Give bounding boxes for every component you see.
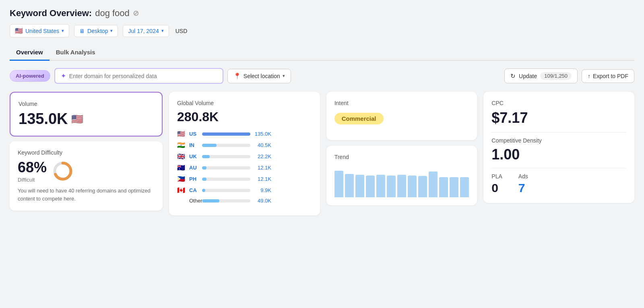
- val-ca: 9.9K: [254, 187, 271, 193]
- select-location-btn[interactable]: 📍 Select location ▾: [227, 69, 291, 83]
- global-volume-card: Global Volume 280.8K 🇺🇸 US 135.0K 🇮🇳 IN …: [169, 92, 320, 215]
- comp-density-label: Competitive Density: [491, 137, 626, 144]
- country-list: 🇺🇸 US 135.0K 🇮🇳 IN 40.5K 🇬🇧 UK 22.2K 🇦🇺 …: [177, 130, 312, 204]
- location-label: United States: [25, 28, 59, 34]
- bar-ca: [202, 189, 250, 192]
- ads-label: Ads: [518, 173, 528, 180]
- refresh-icon: ↻: [510, 72, 516, 80]
- sparkle-icon: ✦: [61, 72, 66, 80]
- trend-bar-1: [334, 171, 343, 197]
- flag-ph: 🇵🇭: [177, 175, 186, 183]
- flag-au: 🇦🇺: [177, 164, 186, 172]
- trend-bar-5: [376, 175, 385, 197]
- trend-bar-11: [439, 177, 448, 197]
- currency-label: USD: [174, 25, 189, 37]
- country-row-au: 🇦🇺 AU 12.1K: [177, 164, 312, 172]
- country-row-us: 🇺🇸 US 135.0K: [177, 130, 312, 138]
- cpc-value: $7.17: [491, 110, 626, 126]
- export-label: Export to PDF: [593, 73, 628, 79]
- chevron-down-icon-3: ▾: [161, 28, 164, 33]
- trend-label: Trend: [334, 154, 469, 160]
- export-pdf-button[interactable]: ↑ Export to PDF: [582, 69, 634, 83]
- chevron-down-icon-loc: ▾: [283, 73, 285, 79]
- location-filter[interactable]: 🇺🇸 United States ▾: [10, 24, 69, 37]
- bar-au: [202, 166, 250, 170]
- trend-bar-2: [345, 174, 354, 197]
- val-us: 135.0K: [254, 131, 271, 137]
- kd-description: You will need to have 40 referring domai…: [18, 187, 155, 203]
- trend-bar-7: [397, 175, 406, 197]
- volume-number: 135.0K: [19, 110, 68, 128]
- intent-label: Intent: [334, 100, 469, 106]
- trend-bar-4: [366, 176, 375, 197]
- bar-uk: [202, 155, 250, 158]
- chevron-down-icon-2: ▾: [110, 28, 113, 33]
- ads-value: 7: [518, 181, 528, 195]
- bar-other: [202, 199, 250, 203]
- tab-bulk-analysis[interactable]: Bulk Analysis: [50, 45, 102, 61]
- country-row-other: Other 49.0K: [177, 198, 312, 204]
- domain-input-wrap[interactable]: ✦: [54, 68, 223, 84]
- volume-label: Volume: [19, 101, 154, 107]
- val-au: 12.1K: [254, 165, 271, 171]
- verify-icon: ⊘: [133, 9, 139, 18]
- kd-label: Keyword Difficulty: [18, 149, 155, 156]
- pla-ads-row: PLA 0 Ads 7: [491, 173, 626, 195]
- bar-in: [202, 144, 250, 147]
- pla-value: 0: [491, 181, 502, 195]
- trend-bar-9: [418, 176, 427, 197]
- kd-card: Keyword Difficulty 68% Difficult You wil…: [10, 141, 163, 211]
- code-uk: UK: [189, 153, 199, 159]
- kd-value: 68%: [18, 159, 47, 176]
- page-title: Keyword Overview: dog food ⊘: [10, 8, 634, 19]
- update-button[interactable]: ↻ Update 109/1,250: [504, 68, 578, 83]
- update-count-badge: 109/1,250: [540, 72, 572, 80]
- device-icon: 🖥: [79, 28, 85, 34]
- country-row-ph: 🇵🇭 PH 12.1K: [177, 175, 312, 183]
- pla-label: PLA: [491, 173, 502, 180]
- divider-2: [491, 168, 626, 168]
- kd-donut-chart: [52, 161, 73, 182]
- country-row-in: 🇮🇳 IN 40.5K: [177, 141, 312, 149]
- location-flag: 🇺🇸: [15, 27, 23, 35]
- ai-badge: AI-powered: [10, 70, 50, 82]
- trend-bars: [334, 165, 469, 197]
- code-ca: CA: [189, 187, 199, 193]
- keyword-text: dog food: [95, 8, 130, 19]
- volume-value: 135.0K 🇺🇸: [19, 110, 154, 128]
- bar-us: [202, 132, 250, 136]
- trend-bar-8: [408, 176, 417, 197]
- left-col: Volume 135.0K 🇺🇸 Keyword Difficulty 68% …: [10, 92, 163, 211]
- val-other: 49.0K: [254, 198, 271, 204]
- val-ph: 12.1K: [254, 176, 271, 182]
- device-label: Desktop: [87, 28, 108, 34]
- trend-bar-12: [450, 177, 458, 197]
- tabs-row: Overview Bulk Analysis: [10, 45, 634, 61]
- tab-overview[interactable]: Overview: [10, 45, 50, 61]
- global-vol-value: 280.8K: [177, 110, 312, 124]
- country-row-ca: 🇨🇦 CA 9.9K: [177, 186, 312, 194]
- location-pin-icon: 📍: [233, 72, 241, 80]
- ads-item: Ads 7: [518, 173, 528, 195]
- domain-input[interactable]: [69, 73, 217, 79]
- intent-card: Intent Commercial: [326, 92, 477, 140]
- bar-ph: [202, 178, 250, 181]
- val-in: 40.5K: [254, 142, 271, 148]
- page-header: Keyword Overview: dog food ⊘: [10, 8, 634, 19]
- comp-density-value: 1.00: [491, 146, 626, 163]
- trend-bar-6: [387, 176, 396, 197]
- date-filter[interactable]: Jul 17, 2024 ▾: [123, 25, 169, 37]
- update-label: Update: [519, 73, 537, 79]
- date-label: Jul 17, 2024: [128, 28, 159, 34]
- code-au: AU: [189, 165, 199, 171]
- trend-bar-10: [429, 172, 438, 197]
- trend-card: Trend: [326, 146, 477, 205]
- intent-badge: Commercial: [334, 113, 384, 124]
- trend-bar-13: [460, 177, 469, 197]
- filters-row: 🇺🇸 United States ▾ 🖥 Desktop ▾ Jul 17, 2…: [10, 24, 634, 37]
- device-filter[interactable]: 🖥 Desktop ▾: [74, 25, 118, 37]
- volume-card: Volume 135.0K 🇺🇸: [10, 92, 163, 136]
- cards-grid: Volume 135.0K 🇺🇸 Keyword Difficulty 68% …: [10, 92, 634, 215]
- toolbar-row: AI-powered ✦ 📍 Select location ▾ ↻ Updat…: [10, 68, 634, 84]
- val-uk: 22.2K: [254, 153, 271, 159]
